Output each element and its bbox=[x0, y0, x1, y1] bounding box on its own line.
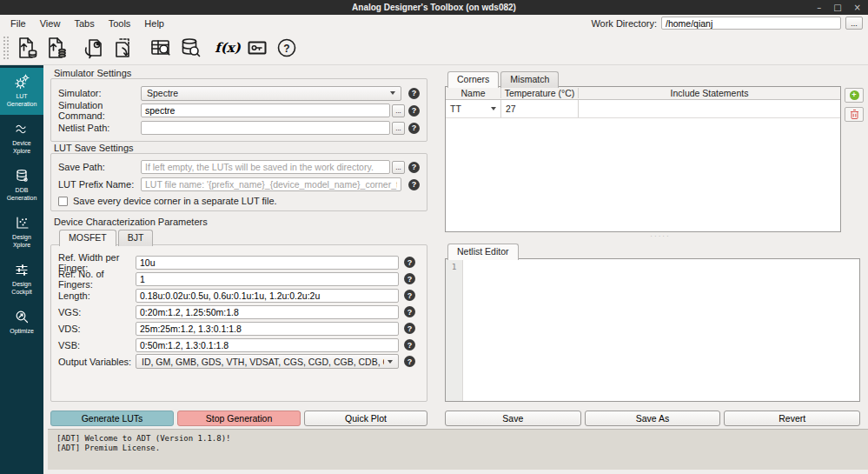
generate-luts-button[interactable]: Generate LUTs bbox=[50, 411, 174, 426]
save-as-button[interactable]: Save As bbox=[585, 411, 721, 426]
quick-plot-button[interactable]: Quick Plot bbox=[304, 411, 427, 426]
sidebar-item-ddb-generation[interactable]: DDBGeneration bbox=[0, 162, 43, 209]
minimize-button[interactable]: – bbox=[817, 3, 821, 12]
save-path-browse-button[interactable]: ... bbox=[392, 161, 405, 174]
log-console: [ADT] Welcome to ADT (Version 1.1.8)! [A… bbox=[48, 429, 868, 470]
lut-prefix-input[interactable] bbox=[141, 177, 401, 191]
function-calculator-button[interactable]: f(x) bbox=[213, 33, 242, 63]
output-variables-select[interactable]: ID, GM, GMB, GDS, VTH, VDSAT, CGS, CGD, … bbox=[136, 354, 399, 369]
database-icon bbox=[14, 168, 30, 184]
tab-netlist-editor[interactable]: Netlist Editor bbox=[447, 244, 519, 260]
save-button[interactable]: Save bbox=[445, 411, 581, 426]
work-directory-browse-button[interactable]: ... bbox=[845, 17, 863, 30]
delete-corner-button[interactable] bbox=[845, 107, 864, 122]
sidebar-item-optimize[interactable]: Optimize bbox=[0, 303, 43, 343]
stop-generation-button[interactable]: Stop Generation bbox=[177, 411, 301, 426]
device-type-tabs: MOSFET BJT bbox=[59, 230, 155, 246]
copy-netlist-icon bbox=[111, 36, 136, 60]
chevron-down-icon bbox=[388, 360, 393, 364]
sidebar-item-device-xplore[interactable]: DeviceXplore bbox=[0, 115, 43, 162]
vgs-input[interactable] bbox=[136, 305, 399, 319]
sidebar-item-lut-generation[interactable]: LUTGeneration bbox=[0, 68, 43, 115]
separate-lut-checkbox[interactable] bbox=[58, 197, 68, 206]
revert-button[interactable]: Revert bbox=[724, 411, 860, 426]
load-lut-database-button[interactable] bbox=[42, 33, 71, 63]
simulation-command-browse-button[interactable]: ... bbox=[392, 104, 405, 117]
corner-name-select[interactable]: TT bbox=[446, 100, 501, 117]
tab-corners[interactable]: Corners bbox=[447, 71, 499, 88]
simulation-command-help-icon[interactable]: ? bbox=[408, 105, 420, 117]
corner-include-cell[interactable] bbox=[579, 100, 840, 117]
netlist-path-row: Netlist Path: ... ? bbox=[51, 119, 427, 137]
function-icon: f(x) bbox=[215, 40, 241, 56]
corner-row-buttons: + bbox=[845, 88, 864, 122]
netlist-editor-tabs: Netlist Editor bbox=[447, 244, 520, 260]
netlist-path-input[interactable] bbox=[141, 121, 390, 135]
window-controls: – □ × bbox=[817, 0, 861, 15]
vds-help-icon[interactable]: ? bbox=[404, 323, 415, 334]
ref-fingers-input[interactable] bbox=[136, 272, 399, 286]
netlist-path-browse-button[interactable]: ... bbox=[392, 122, 405, 135]
menu-help[interactable]: Help bbox=[137, 17, 171, 30]
menu-tools[interactable]: Tools bbox=[102, 17, 138, 30]
file-actions: Save Save As Revert bbox=[445, 411, 860, 426]
maximize-button[interactable]: □ bbox=[833, 3, 841, 12]
lut-prefix-help-icon[interactable]: ? bbox=[408, 179, 420, 190]
output-variables-help-icon[interactable]: ? bbox=[404, 356, 415, 367]
license-key-icon bbox=[245, 36, 269, 60]
splitter-handle[interactable]: ····· bbox=[643, 234, 678, 239]
output-variables-row: Output Variables: ID, GM, GMB, GDS, VTH,… bbox=[51, 353, 427, 370]
database-viewer-button[interactable] bbox=[176, 33, 205, 63]
separate-lut-row: Save every device corner in a separate L… bbox=[51, 193, 427, 209]
load-lut-file-button[interactable] bbox=[12, 33, 42, 63]
vds-input[interactable] bbox=[136, 322, 399, 336]
menu-view[interactable]: View bbox=[33, 17, 68, 30]
toolbar-drag-handle[interactable] bbox=[3, 37, 9, 59]
output-variables-value: ID, GM, GMB, GDS, VTH, VDSAT, CGS, CGD, … bbox=[142, 357, 384, 367]
netlist-editor-area[interactable] bbox=[463, 259, 859, 401]
ref-fingers-label: Ref. No. of Fingers: bbox=[58, 269, 136, 290]
tab-mismatch[interactable]: Mismatch bbox=[500, 71, 559, 88]
work-directory-input[interactable] bbox=[661, 17, 841, 30]
tab-bjt[interactable]: BJT bbox=[118, 230, 154, 246]
save-path-row: Save Path: ... ? bbox=[51, 158, 427, 176]
simulator-help-icon[interactable]: ? bbox=[408, 88, 420, 99]
ref-width-help-icon[interactable]: ? bbox=[404, 257, 415, 268]
save-path-input[interactable] bbox=[141, 160, 390, 174]
tab-mosfet[interactable]: MOSFET bbox=[59, 230, 116, 246]
length-help-icon[interactable]: ? bbox=[404, 290, 415, 301]
corners-table-panel: Name Temperature (°C) Include Statements… bbox=[445, 86, 841, 232]
vds-row: VDS: ? bbox=[51, 320, 427, 337]
sidebar-item-design-xplore[interactable]: DesignXplore bbox=[0, 209, 43, 256]
help-button[interactable]: ? bbox=[272, 33, 301, 63]
copy-netlist-button[interactable] bbox=[109, 33, 138, 63]
license-manager-button[interactable] bbox=[242, 33, 272, 63]
save-path-help-icon[interactable]: ? bbox=[408, 162, 420, 173]
netlist-path-help-icon[interactable]: ? bbox=[408, 123, 420, 134]
add-corner-button[interactable]: + bbox=[845, 88, 864, 103]
vsb-help-icon[interactable]: ? bbox=[404, 339, 415, 350]
sidebar-item-design-cockpit[interactable]: DesignCockpit bbox=[0, 256, 43, 303]
corner-temperature-cell[interactable]: 27 bbox=[501, 100, 579, 117]
menu-tabs[interactable]: Tabs bbox=[67, 17, 101, 30]
length-input[interactable] bbox=[136, 289, 399, 303]
lut-viewer-button[interactable] bbox=[146, 33, 176, 63]
export-report-button[interactable] bbox=[79, 33, 109, 63]
load-lut-database-icon bbox=[44, 36, 69, 60]
ref-fingers-help-icon[interactable]: ? bbox=[404, 273, 415, 284]
column-header-include[interactable]: Include Statements bbox=[579, 88, 840, 98]
ref-width-input[interactable] bbox=[136, 256, 399, 270]
simulation-command-input[interactable] bbox=[141, 103, 390, 117]
trash-icon bbox=[850, 109, 859, 120]
simulator-select[interactable]: Spectre bbox=[141, 86, 401, 101]
netlist-editor-panel: 1 bbox=[445, 258, 860, 402]
close-button[interactable]: × bbox=[854, 3, 861, 12]
vgs-help-icon[interactable]: ? bbox=[404, 306, 415, 317]
menu-file[interactable]: File bbox=[3, 17, 33, 30]
device-params-title: Device Characterization Parameters bbox=[54, 217, 208, 227]
gears-icon bbox=[14, 74, 30, 90]
column-header-temperature[interactable]: Temperature (°C) bbox=[501, 88, 579, 98]
vsb-input[interactable] bbox=[136, 338, 399, 352]
column-header-name[interactable]: Name bbox=[446, 88, 501, 98]
corner-table-row: TT 27 bbox=[446, 100, 840, 118]
